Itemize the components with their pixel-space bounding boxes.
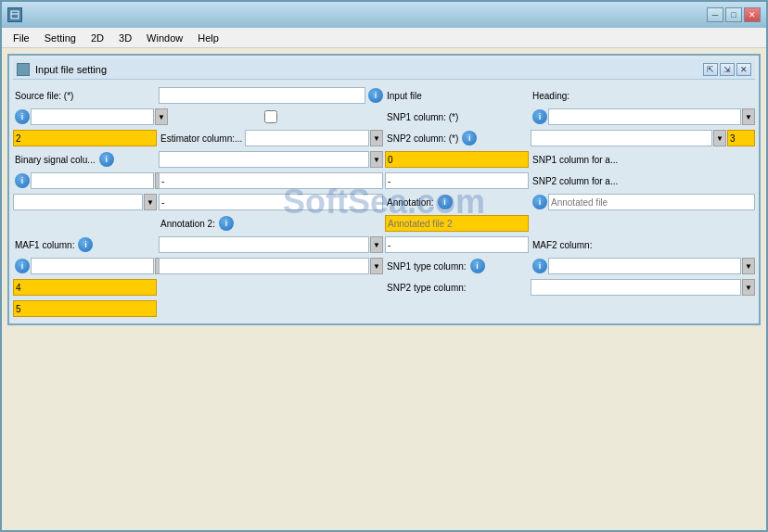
value-4-input[interactable] xyxy=(13,279,157,296)
form-row-10: SNP2 type column: ▼ xyxy=(13,277,755,298)
maf2-dropdown[interactable]: ▼ xyxy=(370,258,383,274)
maximize-button[interactable]: □ xyxy=(725,7,742,22)
minimize-button[interactable]: ─ xyxy=(707,7,723,22)
maf1-info-btn[interactable]: i xyxy=(78,237,93,252)
zero-value[interactable] xyxy=(385,151,529,168)
annotation2-label: Annotation 2: i xyxy=(159,216,383,231)
maf1-dash-cell xyxy=(385,236,529,253)
maf1-source-input[interactable] xyxy=(31,258,154,274)
snp2-type-cell: ▼ xyxy=(531,279,755,296)
snp2-dropdown-btn[interactable]: ▼ xyxy=(713,130,726,146)
form-row-3: Estimator column:... ▼ SNP2 column: (*) … xyxy=(13,128,755,148)
maf2-input[interactable] xyxy=(159,258,369,274)
panel-close-button[interactable]: ✕ xyxy=(736,63,751,76)
title-bar: ─ □ ✕ xyxy=(2,2,766,28)
maf1-info-btn2[interactable]: i xyxy=(15,259,30,273)
maf2-label: MAF2 column: xyxy=(531,240,755,250)
annotated-file2-input[interactable] xyxy=(385,215,529,232)
binary-info-btn2[interactable]: i xyxy=(15,173,30,188)
snp1-dropdown-btn[interactable]: ▼ xyxy=(742,108,755,125)
snp1-type-label: SNP1 type column: i xyxy=(385,259,529,273)
maf1-label: MAF1 column: i xyxy=(13,237,157,252)
panel-maximize-button[interactable]: ⇲ xyxy=(720,63,735,76)
snp1-annot-cell: ▼ xyxy=(13,194,157,210)
source-file-info[interactable]: i xyxy=(368,88,383,103)
app-icon xyxy=(7,7,22,22)
menu-file[interactable]: File xyxy=(6,31,37,45)
snp2-col-cell: ▼ xyxy=(531,130,755,146)
dash2-cell xyxy=(159,194,383,210)
annotated-file2-cell xyxy=(385,215,529,232)
maf1-dash-input[interactable] xyxy=(385,236,529,253)
estimator-source-cell xyxy=(13,130,157,146)
dash-col3-input[interactable] xyxy=(385,172,529,189)
form-area: SoftSea.com Source file: (*) i Input fil… xyxy=(13,85,755,319)
binary-signal-input[interactable] xyxy=(159,151,369,168)
annotated-file-info[interactable]: i xyxy=(532,195,547,209)
menu-window[interactable]: Window xyxy=(139,31,190,45)
binary-signal-info[interactable]: i xyxy=(99,152,114,167)
dash2-input[interactable] xyxy=(159,194,383,210)
binary-info-cell: i ▼ xyxy=(13,172,157,189)
menu-3d[interactable]: 3D xyxy=(111,31,139,45)
dash-col2-cell xyxy=(159,172,383,189)
snp1-annot-dropdown[interactable]: ▼ xyxy=(144,194,157,210)
source-dropdown-input[interactable] xyxy=(31,108,154,125)
binary-source-input[interactable] xyxy=(31,172,154,189)
snp1-info-btn[interactable]: i xyxy=(532,109,547,124)
menu-help[interactable]: Help xyxy=(190,31,226,45)
snp2-col-label: SNP2 column: (*) i xyxy=(385,131,529,146)
form-row-9: i ▼ ▼ SNP1 type column: i i xyxy=(13,256,755,276)
binary-signal-dropdown[interactable]: ▼ xyxy=(370,151,383,168)
menu-2d[interactable]: 2D xyxy=(83,31,111,45)
snp2-annot-label: SNP2 column for a... xyxy=(531,176,755,186)
maf1-input[interactable] xyxy=(159,236,369,253)
value-5-cell xyxy=(13,300,157,317)
snp2-input[interactable] xyxy=(531,130,712,146)
snp2-type-input[interactable] xyxy=(531,279,741,296)
estimator-input[interactable] xyxy=(245,130,369,146)
binary-signal-label: Binary signal colu... i xyxy=(13,152,157,167)
panel-restore-button[interactable]: ⇱ xyxy=(703,63,718,76)
maf2-input-cell: ▼ xyxy=(159,258,383,274)
estimator-col-label: Estimator column:... xyxy=(159,133,244,144)
svg-rect-0 xyxy=(11,11,19,19)
source-info-btn[interactable]: i xyxy=(15,109,30,124)
main-content: Input file setting ⇱ ⇲ ✕ SoftSea.com Sou… xyxy=(2,48,766,530)
snp2-info-btn[interactable]: i xyxy=(462,131,477,146)
annotation2-info-btn[interactable]: i xyxy=(219,216,234,231)
maf2-info-btn[interactable]: i xyxy=(532,259,547,273)
source-dropdown-cell: i ▼ xyxy=(13,108,157,125)
snp1-type-info[interactable]: i xyxy=(470,259,485,273)
maf2-value-input[interactable] xyxy=(548,258,741,274)
annotation-info-btn[interactable]: i xyxy=(438,195,453,209)
close-button[interactable]: ✕ xyxy=(744,7,761,22)
dash-col3-cell xyxy=(385,172,529,189)
menu-setting[interactable]: Setting xyxy=(37,31,83,45)
input-file-label: Input file xyxy=(385,91,529,101)
form-row-1: Source file: (*) i Input file Heading: xyxy=(13,85,755,106)
panel-header: Input file setting ⇱ ⇲ ✕ xyxy=(13,59,755,80)
source-file-input[interactable] xyxy=(159,87,365,104)
source-file-input-cell: i xyxy=(159,87,383,104)
source-value-2[interactable] xyxy=(13,130,157,146)
estimator-dropdown-btn[interactable]: ▼ xyxy=(370,130,383,146)
input-file-panel: Input file setting ⇱ ⇲ ✕ SoftSea.com Sou… xyxy=(7,54,761,325)
dash-col2-input[interactable] xyxy=(159,172,383,189)
form-row-7: Annotation 2: i xyxy=(13,213,755,234)
checkbox-input[interactable] xyxy=(264,110,277,123)
snp1-annot-input[interactable] xyxy=(13,194,143,210)
maf1-dropdown[interactable]: ▼ xyxy=(370,236,383,253)
zero-cell xyxy=(385,151,529,168)
value-5-input[interactable] xyxy=(13,300,157,317)
snp2-value-3[interactable] xyxy=(727,130,755,146)
annotated-file-input[interactable] xyxy=(548,194,755,210)
snp2-type-dropdown[interactable]: ▼ xyxy=(742,279,755,296)
form-row-4: Binary signal colu... i ▼ SNP1 column fo… xyxy=(13,149,755,170)
annotation-label: Annotation: i xyxy=(385,195,529,209)
maf2-value-dropdown[interactable]: ▼ xyxy=(742,258,755,274)
annotated-file-cell: i xyxy=(531,194,755,210)
panel-controls: ⇱ ⇲ ✕ xyxy=(703,63,751,76)
maf1-input-cell: ▼ xyxy=(159,236,383,253)
snp1-input[interactable] xyxy=(548,108,741,125)
